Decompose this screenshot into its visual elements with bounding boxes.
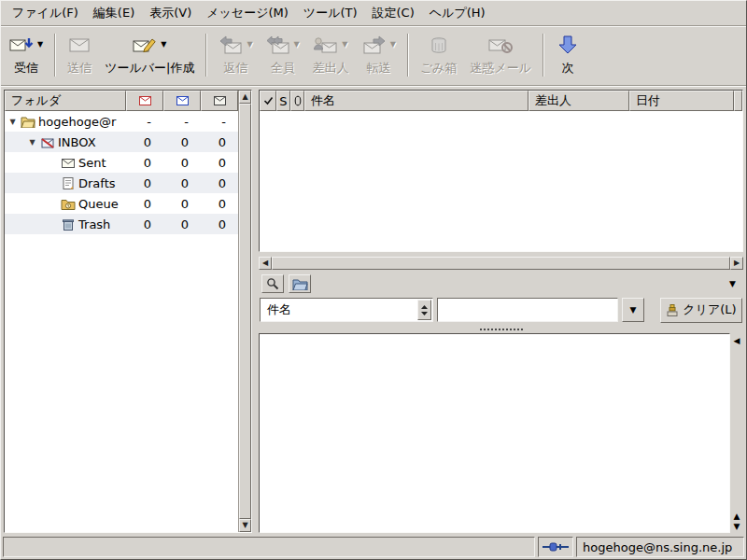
date-column-label: 日付	[636, 92, 660, 109]
message-list-hscrollbar[interactable]: ◀ ▶	[259, 257, 743, 270]
reply-all-dropdown-arrow[interactable]: ▼	[294, 41, 300, 49]
date-column-header[interactable]: 日付	[629, 91, 734, 111]
folder-pane: フォルダ ▼	[4, 90, 252, 533]
unread-count: 0	[126, 217, 163, 231]
reply-button[interactable]: ▼ 返信	[212, 28, 259, 82]
reply-all-button[interactable]: ▼ 全員	[260, 28, 306, 82]
search-toggle-button[interactable]	[261, 274, 284, 293]
menu-help[interactable]: ヘルプ(H)	[422, 1, 493, 25]
send-button[interactable]: 送信	[61, 28, 98, 82]
trash-folder-icon	[61, 218, 76, 231]
folder-row-queue[interactable]: Queue 0 0 0	[5, 193, 238, 214]
expander-icon[interactable]: ▼	[7, 118, 18, 126]
check-mark-icon	[263, 96, 274, 105]
search-history-dropdown[interactable]: ▼	[622, 298, 644, 322]
clear-button[interactable]: クリア(L)	[660, 298, 742, 323]
receive-button[interactable]: ▼ 受信	[3, 28, 49, 82]
unread-column-header[interactable]	[126, 91, 163, 111]
reply-label: 返信	[224, 60, 248, 77]
folder-row-trash[interactable]: Trash 0 0 0	[5, 214, 238, 234]
trash-button[interactable]: ごみ箱	[414, 28, 464, 82]
connection-plug-icon	[543, 541, 569, 553]
new-envelope-icon	[176, 96, 189, 105]
toolbar: ▼ 受信 送信 ▼ ツールバー|作成	[1, 26, 746, 86]
mark-column-header[interactable]	[260, 91, 276, 111]
reply-sender-dropdown-arrow[interactable]: ▼	[342, 41, 347, 49]
junk-mail-button[interactable]: 迷惑メール	[464, 28, 539, 82]
message-view-side-strip: ◀ ▲ ▼	[730, 333, 743, 533]
statusbar: hogehoge@ns.sing.ne.jp	[1, 535, 746, 559]
subject-column-header[interactable]: 件名	[304, 91, 529, 111]
folder-rows: ▼ hogehoge@r - - - ▼ INBOX	[5, 111, 238, 532]
search-folder-button[interactable]	[289, 274, 311, 293]
paperclip-icon	[294, 95, 302, 106]
message-list: S 件名 差出人 日付	[259, 90, 743, 252]
total-count: 0	[201, 176, 238, 190]
menu-tools[interactable]: ツール(T)	[296, 1, 365, 25]
attachment-column-header[interactable]	[290, 91, 304, 111]
next-icon	[556, 35, 580, 54]
expander-icon[interactable]: ▼	[27, 138, 37, 147]
forward-button[interactable]: ▼ 転送	[356, 28, 402, 82]
scroll-up-arrow[interactable]: ▲	[734, 512, 740, 521]
scroll-down-arrow[interactable]: ▼	[734, 523, 740, 531]
scrollbar-thumb[interactable]	[239, 104, 251, 519]
total-count: -	[201, 115, 238, 129]
total-count: 0	[201, 217, 238, 231]
next-button[interactable]: 次	[549, 28, 586, 82]
scroll-up-arrow[interactable]: ▲	[239, 91, 251, 104]
folder-row-account[interactable]: ▼ hogehoge@r - - -	[5, 111, 238, 132]
connection-indicator[interactable]	[538, 537, 573, 557]
search-field-selector[interactable]: 件名	[260, 298, 433, 322]
trash-label: ごみ箱	[420, 60, 458, 77]
scroll-left-arrow[interactable]: ◀	[259, 257, 272, 270]
folder-row-drafts[interactable]: Drafts 0 0 0	[5, 173, 238, 193]
search-options-dropdown-arrow[interactable]: ▼	[725, 277, 740, 290]
folder-label: INBOX	[58, 135, 96, 149]
compose-button[interactable]: ▼ ツールバー|作成	[98, 28, 201, 82]
total-count: 0	[201, 197, 238, 211]
search-input[interactable]	[437, 298, 618, 322]
folder-pane-scrollbar[interactable]: ▲ ▼	[238, 91, 251, 532]
pane-resize-grip[interactable]	[480, 329, 523, 330]
quick-search-bar: ▼	[259, 273, 743, 295]
mime-view-toggle-arrow[interactable]: ◀	[734, 336, 740, 345]
status-column-header[interactable]: S	[276, 91, 290, 111]
reply-dropdown-arrow[interactable]: ▼	[247, 41, 252, 49]
scrollbar-thumb[interactable]	[272, 257, 730, 270]
forward-dropdown-arrow[interactable]: ▼	[390, 41, 396, 49]
folder-row-inbox[interactable]: ▼ INBOX 0 0 0	[5, 132, 238, 152]
unread-count: -	[126, 115, 163, 129]
reply-all-icon	[266, 35, 290, 54]
folder-column-header[interactable]: フォルダ	[5, 91, 126, 111]
total-envelope-icon	[214, 96, 226, 105]
folder-row-sent[interactable]: Sent 0 0 0	[5, 152, 238, 173]
receive-dropdown-arrow[interactable]: ▼	[37, 41, 43, 49]
new-column-header[interactable]	[163, 91, 201, 111]
pane-splitter[interactable]	[252, 90, 259, 533]
total-column-header[interactable]	[201, 91, 238, 111]
open-folder-icon	[292, 278, 308, 290]
menu-edit[interactable]: 編集(E)	[86, 1, 142, 25]
menu-file[interactable]: ファイル(F)	[5, 1, 86, 25]
mail-client-window: ファイル(F) 編集(E) 表示(V) メッセージ(M) ツール(T) 設定(C…	[0, 0, 747, 560]
account-indicator[interactable]: hogehoge@ns.sing.ne.jp	[576, 537, 744, 557]
scroll-right-arrow[interactable]: ▶	[730, 257, 743, 270]
from-column-header[interactable]: 差出人	[529, 91, 629, 111]
scroll-down-arrow[interactable]: ▼	[239, 519, 251, 532]
compose-dropdown-arrow[interactable]: ▼	[161, 41, 166, 49]
menu-message[interactable]: メッセージ(M)	[199, 1, 296, 25]
trash-icon	[427, 35, 451, 54]
drafts-folder-icon	[61, 177, 76, 189]
folder-tree: フォルダ ▼	[5, 91, 238, 532]
menu-settings[interactable]: 設定(C)	[365, 1, 422, 25]
folder-label: Drafts	[78, 176, 116, 190]
message-list-body[interactable]	[260, 111, 742, 251]
unread-envelope-icon	[139, 96, 151, 105]
reply-sender-button[interactable]: ▼ 差出人	[306, 28, 356, 82]
new-count: 0	[163, 217, 201, 231]
status-message-area	[3, 537, 535, 557]
menu-view[interactable]: 表示(V)	[142, 1, 199, 25]
account-name: hogehoge@ns.sing.ne.jp	[583, 540, 732, 554]
new-count: 0	[163, 197, 201, 211]
